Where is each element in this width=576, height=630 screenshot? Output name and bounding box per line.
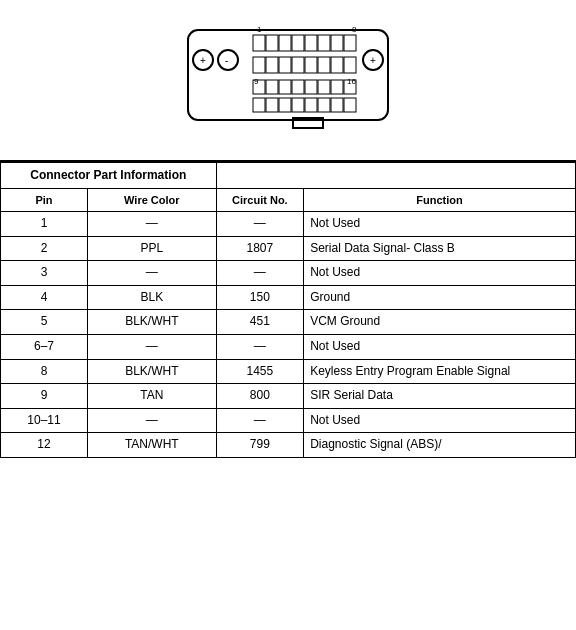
- wire-color-header: Wire Color: [88, 188, 217, 211]
- svg-text:+: +: [200, 55, 206, 66]
- svg-rect-0: [188, 30, 388, 120]
- table-header-top: Connector Part Information: [1, 163, 576, 189]
- svg-rect-37: [266, 98, 278, 112]
- svg-rect-9: [279, 35, 291, 51]
- table-row: 5BLK/WHT451VCM Ground: [1, 310, 576, 335]
- wire-color-cell: —: [88, 261, 217, 286]
- svg-rect-28: [266, 80, 278, 94]
- svg-rect-39: [292, 98, 304, 112]
- svg-rect-20: [292, 57, 304, 73]
- svg-rect-23: [331, 57, 343, 73]
- svg-rect-43: [344, 98, 356, 112]
- circuit-no-cell: —: [216, 212, 304, 237]
- wire-color-cell: PPL: [88, 236, 217, 261]
- empty-top-header: [216, 163, 575, 189]
- table-row: 4BLK150Ground: [1, 285, 576, 310]
- svg-rect-22: [318, 57, 330, 73]
- svg-rect-7: [253, 35, 265, 51]
- function-cell: Keyless Entry Program Enable Signal: [304, 359, 576, 384]
- svg-rect-13: [331, 35, 343, 51]
- table-row: 8BLK/WHT1455Keyless Entry Program Enable…: [1, 359, 576, 384]
- pin-cell: 2: [1, 236, 88, 261]
- function-cell: Not Used: [304, 408, 576, 433]
- svg-text:9: 9: [254, 77, 259, 86]
- svg-rect-30: [292, 80, 304, 94]
- svg-rect-33: [331, 80, 343, 94]
- svg-rect-19: [279, 57, 291, 73]
- pin-cell: 4: [1, 285, 88, 310]
- function-cell: Serial Data Signal- Class B: [304, 236, 576, 261]
- function-cell: Not Used: [304, 261, 576, 286]
- svg-rect-36: [253, 98, 265, 112]
- circuit-no-cell: —: [216, 408, 304, 433]
- circuit-no-cell: —: [216, 335, 304, 360]
- svg-rect-31: [305, 80, 317, 94]
- connector-svg: + - + 1 8: [128, 20, 448, 140]
- pin-cell: 8: [1, 359, 88, 384]
- function-cell: VCM Ground: [304, 310, 576, 335]
- svg-text:-: -: [225, 55, 228, 66]
- table-body: 1——Not Used2PPL1807Serial Data Signal- C…: [1, 212, 576, 458]
- svg-rect-40: [305, 98, 317, 112]
- svg-rect-10: [292, 35, 304, 51]
- function-cell: Diagnostic Signal (ABS)/: [304, 433, 576, 458]
- table-row: 12TAN/WHT799Diagnostic Signal (ABS)/: [1, 433, 576, 458]
- wire-color-cell: —: [88, 212, 217, 237]
- circuit-no-cell: —: [216, 261, 304, 286]
- connector-diagram-section: + - + 1 8: [0, 0, 576, 162]
- pin-cell: 6–7: [1, 335, 88, 360]
- pin-cell: 5: [1, 310, 88, 335]
- pin-header: Pin: [1, 188, 88, 211]
- circuit-no-header: Circuit No.: [216, 188, 304, 211]
- svg-text:8: 8: [352, 25, 357, 34]
- function-cell: Not Used: [304, 335, 576, 360]
- pin-cell: 1: [1, 212, 88, 237]
- circuit-no-cell: 1455: [216, 359, 304, 384]
- svg-rect-12: [318, 35, 330, 51]
- function-cell: Not Used: [304, 212, 576, 237]
- function-cell: SIR Serial Data: [304, 384, 576, 409]
- svg-rect-21: [305, 57, 317, 73]
- svg-rect-41: [318, 98, 330, 112]
- svg-text:1: 1: [257, 25, 262, 34]
- svg-rect-29: [279, 80, 291, 94]
- wire-color-cell: TAN/WHT: [88, 433, 217, 458]
- circuit-no-cell: 800: [216, 384, 304, 409]
- pin-cell: 9: [1, 384, 88, 409]
- connector-pin-table: Connector Part Information Pin Wire Colo…: [0, 162, 576, 458]
- circuit-no-cell: 150: [216, 285, 304, 310]
- svg-rect-8: [266, 35, 278, 51]
- svg-text:+: +: [370, 55, 376, 66]
- wire-color-cell: BLK/WHT: [88, 359, 217, 384]
- table-row: 6–7——Not Used: [1, 335, 576, 360]
- function-cell: Ground: [304, 285, 576, 310]
- wire-color-cell: BLK/WHT: [88, 310, 217, 335]
- table-row: 3——Not Used: [1, 261, 576, 286]
- table-row: 2PPL1807Serial Data Signal- Class B: [1, 236, 576, 261]
- svg-rect-17: [253, 57, 265, 73]
- circuit-no-cell: 451: [216, 310, 304, 335]
- function-header: Function: [304, 188, 576, 211]
- svg-text:16: 16: [347, 77, 356, 86]
- svg-rect-11: [305, 35, 317, 51]
- svg-rect-18: [266, 57, 278, 73]
- table-row: 9TAN800SIR Serial Data: [1, 384, 576, 409]
- table-row: 10–11——Not Used: [1, 408, 576, 433]
- svg-rect-32: [318, 80, 330, 94]
- pin-cell: 3: [1, 261, 88, 286]
- table-row: 1——Not Used: [1, 212, 576, 237]
- connector-info-header: Connector Part Information: [1, 163, 217, 189]
- wire-color-cell: —: [88, 335, 217, 360]
- circuit-no-cell: 1807: [216, 236, 304, 261]
- pin-cell: 12: [1, 433, 88, 458]
- pin-cell: 10–11: [1, 408, 88, 433]
- wire-color-cell: BLK: [88, 285, 217, 310]
- svg-rect-14: [344, 35, 356, 51]
- svg-rect-24: [344, 57, 356, 73]
- svg-rect-42: [331, 98, 343, 112]
- table-column-headers: Pin Wire Color Circuit No. Function: [1, 188, 576, 211]
- wire-color-cell: TAN: [88, 384, 217, 409]
- wire-color-cell: —: [88, 408, 217, 433]
- circuit-no-cell: 799: [216, 433, 304, 458]
- svg-rect-38: [279, 98, 291, 112]
